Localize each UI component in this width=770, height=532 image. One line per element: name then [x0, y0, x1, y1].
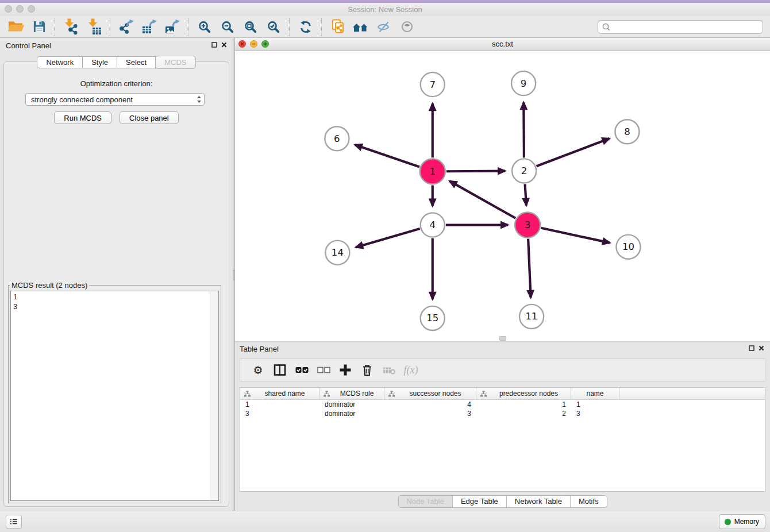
fx-icon: f(x) — [404, 364, 418, 376]
export-table-icon — [141, 19, 157, 35]
window-zoom-button[interactable] — [28, 5, 35, 13]
mcds-result-item[interactable]: 1 — [13, 292, 210, 302]
canvas-hscroll-thumb[interactable] — [499, 336, 506, 341]
zoom-out-button[interactable] — [216, 17, 239, 37]
window-minimize-button[interactable] — [16, 5, 24, 13]
window-close-button[interactable] — [5, 5, 12, 13]
control-panel-float-icon[interactable] — [211, 42, 217, 48]
memory-button[interactable]: Memory — [719, 514, 765, 529]
zoom-fit-button[interactable] — [239, 17, 262, 37]
graph-edge-3-11[interactable] — [528, 239, 531, 298]
tab-style[interactable]: Style — [83, 56, 117, 68]
delete-rows-button[interactable] — [356, 360, 378, 380]
first-neighbors-button[interactable] — [349, 17, 372, 37]
delete-table-icon — [383, 364, 396, 376]
mcds-result-title: MCDS result (2 nodes) — [10, 281, 89, 290]
import-table-button[interactable] — [83, 17, 106, 37]
table-row[interactable]: 3dominator323 — [240, 409, 765, 418]
export-image-button[interactable] — [161, 17, 184, 37]
graph-edge-1-2[interactable] — [446, 171, 505, 172]
clone-network-view-button[interactable] — [326, 17, 349, 37]
search-input[interactable] — [613, 22, 759, 32]
graph-node-label: 3 — [525, 219, 531, 230]
show-all-button[interactable] — [395, 17, 418, 37]
graph-node-7[interactable]: 7 — [421, 72, 445, 97]
main-area: Control Panel NetworkStyleSelectMCDS Opt… — [0, 38, 770, 511]
table-cell: 1 — [476, 400, 571, 409]
table-tab-node-table[interactable]: Node Table — [398, 496, 453, 507]
refresh-view-button[interactable] — [294, 17, 317, 37]
column-header-predecessor-nodes[interactable]: predecessor nodes — [476, 388, 571, 399]
zoom-in-button[interactable] — [193, 17, 216, 37]
mcds-result-item[interactable]: 3 — [13, 302, 210, 311]
graph-edge-2-9[interactable] — [523, 102, 524, 157]
hide-eye-icon — [377, 20, 391, 34]
apply-function-button[interactable]: f(x) — [400, 360, 422, 380]
graph-node-6[interactable]: 6 — [325, 126, 349, 151]
control-panel-close-icon[interactable] — [221, 42, 227, 48]
table-panel-float-icon[interactable] — [749, 345, 754, 351]
column-header-name[interactable]: name — [571, 388, 619, 399]
memory-label: Memory — [734, 518, 759, 526]
network-zoom-button[interactable] — [261, 40, 269, 48]
graph-edge-3-10[interactable] — [541, 228, 610, 243]
splitter-grip[interactable] — [233, 270, 234, 280]
zoom-selected-button[interactable] — [262, 17, 285, 37]
table-tab-network-table[interactable]: Network Table — [507, 496, 571, 507]
hide-selected-button[interactable] — [372, 17, 395, 37]
graph-node-15[interactable]: 15 — [421, 306, 445, 330]
refresh-icon — [299, 20, 313, 34]
graph-node-1[interactable]: 1 — [420, 159, 445, 184]
graph-edge-4-14[interactable] — [356, 229, 419, 247]
export-table-button[interactable] — [138, 17, 161, 37]
table-panel-close-icon[interactable] — [759, 345, 764, 351]
graph-node-3[interactable]: 3 — [515, 213, 540, 238]
graph-node-14[interactable]: 14 — [325, 241, 349, 265]
mcds-panel: Optimization criterion: strongly connect… — [3, 61, 229, 507]
graph-node-4[interactable]: 4 — [421, 213, 445, 237]
network-canvas[interactable]: 7968124314101511 — [235, 51, 770, 341]
unchecked-boxes-icon — [317, 364, 330, 376]
open-session-button[interactable] — [5, 17, 28, 37]
graph-node-11[interactable]: 11 — [519, 304, 544, 329]
graph-node-9[interactable]: 9 — [511, 71, 536, 95]
close-panel-action-button[interactable]: Close panel — [120, 111, 179, 124]
graph-edge-2-8[interactable] — [537, 138, 610, 166]
run-mcds-button[interactable]: Run MCDS — [54, 111, 111, 124]
table-tab-edge-table[interactable]: Edge Table — [453, 496, 507, 507]
mcds-result-listbox[interactable]: 13 — [10, 291, 219, 501]
graph-node-label: 1 — [429, 166, 436, 177]
column-header-mcds-role[interactable]: MCDS role — [319, 388, 384, 399]
search-box[interactable] — [598, 20, 763, 34]
graph-edge-3-1[interactable] — [449, 181, 515, 218]
graph-edge-1-6[interactable] — [355, 145, 419, 167]
show-columns-button[interactable] — [269, 360, 291, 380]
criterion-select[interactable]: strongly connected component — [25, 93, 205, 106]
select-all-button[interactable] — [291, 360, 313, 380]
graph-node-8[interactable]: 8 — [615, 119, 639, 144]
graph-node-2[interactable]: 2 — [512, 159, 536, 183]
export-network-button[interactable] — [115, 17, 138, 37]
toolbar-separator — [55, 18, 56, 36]
table-row[interactable]: 1dominator411 — [240, 400, 765, 409]
add-row-button[interactable] — [334, 360, 356, 380]
column-header-successor-nodes[interactable]: successor nodes — [384, 388, 476, 399]
show-eye-icon — [401, 20, 414, 33]
table-tab-motifs[interactable]: Motifs — [571, 496, 607, 507]
table-options-button[interactable]: ⚙ — [247, 360, 269, 380]
import-network-button[interactable] — [60, 17, 83, 37]
task-history-button[interactable] — [6, 515, 22, 529]
node-table[interactable]: shared nameMCDS rolesuccessor nodesprede… — [240, 387, 765, 492]
graph-edge-2-3[interactable] — [525, 184, 526, 205]
result-scrollbar[interactable] — [210, 291, 218, 500]
tab-network[interactable]: Network — [37, 56, 83, 68]
network-close-button[interactable] — [238, 40, 246, 48]
deselect-all-button[interactable] — [313, 360, 334, 380]
tab-mcds[interactable]: MCDS — [155, 56, 195, 69]
graph-node-10[interactable]: 10 — [616, 235, 640, 259]
delete-columns-button[interactable] — [378, 360, 400, 380]
tab-select[interactable]: Select — [117, 56, 156, 68]
save-session-button[interactable] — [28, 17, 51, 37]
network-minimize-button[interactable] — [250, 40, 257, 48]
column-header-shared-name[interactable]: shared name — [240, 388, 319, 399]
